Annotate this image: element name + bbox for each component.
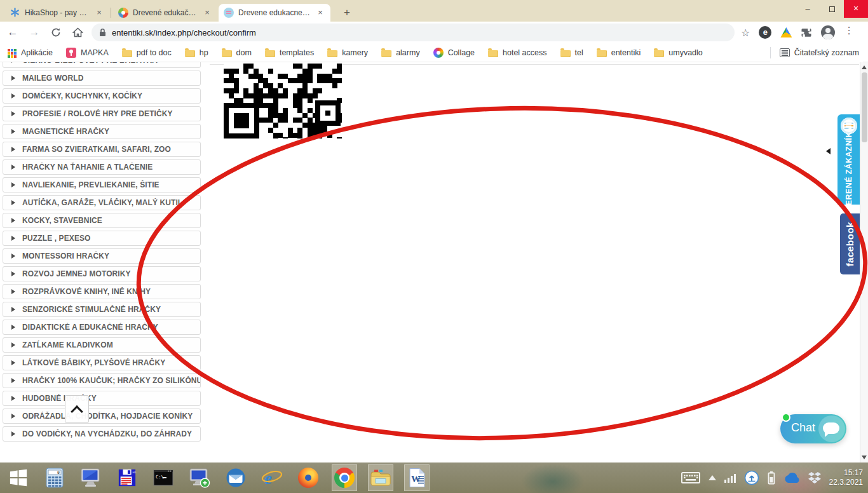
tab-close-icon[interactable]: ×: [94, 8, 104, 18]
bookmark-label: templates: [280, 48, 314, 57]
category-item[interactable]: LÁTKOVÉ BÁBIKY, PLYŠOVÉ HRAČKY: [3, 355, 201, 370]
expand-arrow-icon: [11, 253, 15, 259]
category-item[interactable]: KOCKY, STAVEBNICE: [3, 213, 201, 228]
my-computer-icon[interactable]: [79, 465, 103, 490]
bookmark-item[interactable]: pdf to doc: [122, 48, 172, 57]
bookmark-star-icon[interactable]: ☆: [741, 27, 750, 39]
word-icon[interactable]: W: [405, 465, 429, 490]
bookmark-item[interactable]: umyvadlo: [654, 48, 703, 57]
vertical-scrollbar[interactable]: [860, 62, 868, 463]
window-minimize-button[interactable]: –: [796, 0, 820, 18]
new-tab-button[interactable]: +: [339, 6, 355, 21]
remote-desktop-icon[interactable]: [187, 465, 212, 490]
chat-label: Chat: [791, 421, 815, 435]
network-signal-icon[interactable]: [724, 473, 736, 483]
bookmark-item[interactable]: templates: [265, 48, 314, 57]
bookmark-item[interactable]: kamery: [327, 48, 368, 57]
category-item[interactable]: ROZPRÁVKOVÉ KNIHY, INÉ KNIHY: [3, 284, 201, 299]
reading-list-button[interactable]: Čitateľský zoznam: [780, 48, 859, 57]
tab-title: Drevene edukacne hracky: [238, 8, 311, 17]
onedrive-icon[interactable]: [783, 473, 800, 483]
back-button[interactable]: ←: [4, 24, 22, 41]
bookmark-item[interactable]: tel: [560, 48, 583, 57]
tab-divider: [111, 8, 111, 18]
bookmark-item[interactable]: Collage: [433, 48, 475, 58]
category-label: ČIERNO-BIELY SVET PRE BÁBÄTKÁ: [22, 62, 158, 65]
extensions-puzzle-icon[interactable]: [801, 27, 812, 38]
category-item[interactable]: DIDAKTICKÉ A EDUKAČNÉ HRAČKY: [3, 320, 201, 335]
extension-e-icon[interactable]: e: [759, 26, 771, 39]
category-item[interactable]: ZATĹKAME KLADIVKOM: [3, 337, 201, 353]
browser-tab-active[interactable]: Drevene edukacne hracky ×: [219, 4, 330, 22]
address-bar[interactable]: ententiki.sk/index.php/checkout/confirm: [92, 24, 735, 41]
hidden-icons-arrow[interactable]: [709, 475, 716, 480]
chrome-menu-icon[interactable]: ⋮: [844, 29, 854, 36]
tab-close-icon[interactable]: ×: [202, 8, 212, 18]
window-restore-button[interactable]: [820, 0, 844, 18]
calculator-icon[interactable]: 0: [43, 465, 67, 490]
category-item[interactable]: SENZORICKÉ STIMULAČNÉ HRAČKY: [3, 302, 201, 317]
category-item[interactable]: PROFESIE / ROLOVÉ HRY PRE DETIČKY: [3, 106, 201, 121]
internet-explorer-icon[interactable]: e: [260, 465, 284, 490]
tab-close-icon[interactable]: ×: [315, 8, 325, 18]
cloud-upload-icon[interactable]: [744, 470, 759, 485]
category-item[interactable]: AUTÍČKA, GARÁŽE, VLÁČIKY, MALÝ KUTIL: [3, 195, 201, 210]
category-item[interactable]: DO VODIČKY, NA VYCHÁDZKU, DO ZÁHRADY: [3, 426, 201, 442]
battery-icon[interactable]: [768, 471, 775, 485]
profile-avatar[interactable]: [821, 25, 835, 39]
bookmark-label: pdf to doc: [137, 48, 172, 57]
bookmark-item[interactable]: dom: [222, 48, 252, 57]
category-label: DOMČEKY, KUCHYNKY, KOČÍKY: [22, 91, 142, 100]
verified-badge-label: OVERENÉ ZÁKAZNÍKMI: [837, 136, 860, 203]
floppy-app-icon[interactable]: HD: [115, 465, 139, 490]
shop-favicon: [224, 8, 234, 18]
chat-widget[interactable]: Chat: [780, 414, 846, 443]
verified-customers-badge[interactable]: OVERENÉ ZÁKAZNÍKMI: [837, 114, 860, 205]
category-item[interactable]: HRAČKY 100% KAUČUK; HRAČKY ZO SILIKÓNU: [3, 373, 201, 388]
expand-arrow-icon: [11, 431, 15, 436]
window-close-button[interactable]: ×: [844, 0, 868, 18]
category-item[interactable]: NAVLIEKANIE, PREVLIEKANIE, ŠITIE: [3, 177, 201, 192]
category-item[interactable]: DOMČEKY, KUCHYNKY, KOČÍKY: [3, 88, 201, 104]
bookmark-item[interactable]: hotel access: [488, 48, 546, 57]
scrollbar-thumb[interactable]: [862, 72, 867, 142]
reload-button[interactable]: [47, 24, 65, 41]
chrome-icon[interactable]: [332, 465, 356, 490]
bookmark-item[interactable]: Aplikácie: [6, 48, 53, 58]
widget-collapse-arrow[interactable]: [826, 148, 831, 154]
home-button[interactable]: [69, 24, 86, 41]
touch-keyboard-icon[interactable]: [681, 471, 700, 485]
scroll-to-top-button[interactable]: [65, 395, 89, 423]
browser-title-bar: HikaShop - pay by square - HikaS × Dreve…: [0, 0, 868, 22]
bookmark-label: dom: [236, 48, 252, 57]
scrollbar-up-arrow[interactable]: [862, 65, 867, 69]
thunderbird-icon[interactable]: [224, 465, 248, 490]
taskbar-clock[interactable]: 15:17 22.3.2021: [829, 468, 863, 487]
browser-tab-hikashop[interactable]: HikaShop - pay by square - HikaS ×: [5, 4, 109, 22]
browser-tab-joomla-admin[interactable]: Drevené edukačné hračky - Adm ×: [113, 4, 217, 22]
facebook-tab[interactable]: facebook: [840, 213, 860, 274]
file-explorer-icon[interactable]: [369, 465, 393, 490]
category-item[interactable]: MONTESSORI HRAČKY: [3, 248, 201, 264]
category-item[interactable]: MAGNETICKÉ HRAČKY: [3, 124, 201, 139]
bookmark-item[interactable]: MAPKA: [66, 48, 109, 58]
category-item[interactable]: MAILEG WORLD: [3, 71, 201, 86]
bookmark-item[interactable]: ententiki: [597, 48, 641, 57]
category-item[interactable]: ČIERNO-BIELY SVET PRE BÁBÄTKÁ: [3, 62, 201, 68]
category-item[interactable]: ROZVOJ JEMNEJ MOTORIKY: [3, 266, 201, 281]
bookmark-item[interactable]: alarmy: [381, 48, 420, 57]
forward-button[interactable]: →: [25, 24, 43, 41]
category-item[interactable]: HUDOBNÉ HRAČKY: [3, 391, 201, 406]
expand-arrow-icon: [11, 378, 15, 383]
command-prompt-icon[interactable]: C:\: [151, 465, 175, 490]
category-item[interactable]: PUZZLE , PEXESO: [3, 231, 201, 246]
dropbox-icon[interactable]: [808, 471, 821, 484]
start-button[interactable]: [6, 465, 31, 490]
category-item[interactable]: HRAČKY NA ŤAHANIE A TLAČENIE: [3, 159, 201, 175]
scrollbar-down-arrow[interactable]: [862, 456, 867, 459]
category-item[interactable]: ODRÁŽADLÁ, CHODÍTKA, HOJDACIE KONÍKY: [3, 409, 201, 424]
google-drive-icon[interactable]: [780, 27, 792, 37]
bookmark-item[interactable]: hp: [185, 48, 208, 57]
firefox-icon[interactable]: [296, 465, 320, 490]
category-item[interactable]: FARMA SO ZVIERATKAMI, SAFARI, ZOO: [3, 142, 201, 157]
